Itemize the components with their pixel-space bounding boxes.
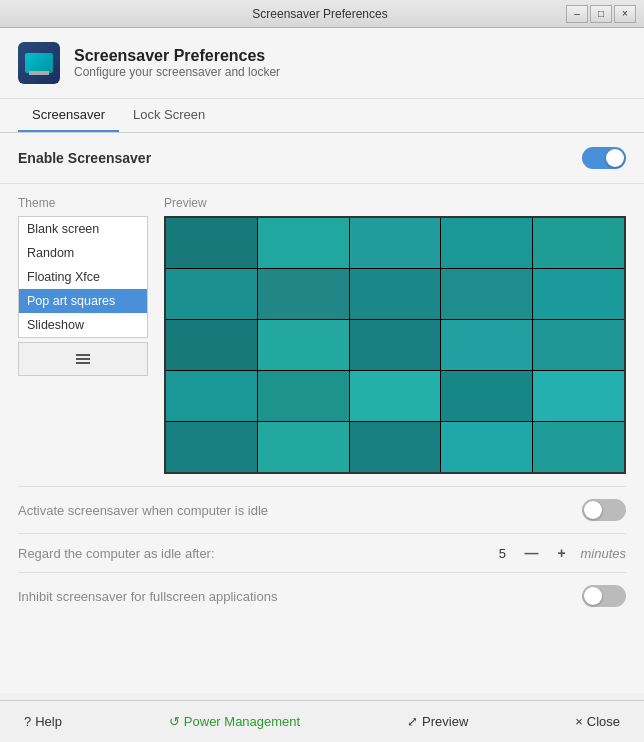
- tab-lock-screen[interactable]: Lock Screen: [119, 99, 219, 132]
- hamburger-icon: [76, 354, 90, 364]
- app-subtitle: Configure your screensaver and locker: [74, 65, 280, 79]
- preview-cell: [350, 269, 441, 319]
- minimize-button[interactable]: –: [566, 5, 588, 23]
- enable-screensaver-label: Enable Screensaver: [18, 150, 151, 166]
- main-content: Enable Screensaver Theme Blank screen Ra…: [0, 133, 644, 693]
- preview-cell: [533, 320, 624, 370]
- window-controls: – □ ×: [566, 5, 636, 23]
- preview-grid: [164, 216, 626, 474]
- close-label: Close: [587, 714, 620, 729]
- preview-cell: [533, 422, 624, 472]
- tab-screensaver[interactable]: Screensaver: [18, 99, 119, 132]
- regard-label: Regard the computer as idle after:: [18, 546, 215, 561]
- preview-cell: [533, 371, 624, 421]
- preview-cell: [350, 422, 441, 472]
- unit-label: minutes: [580, 546, 626, 561]
- preview-cell: [350, 218, 441, 268]
- increase-button[interactable]: +: [550, 542, 572, 564]
- after-row: Regard the computer as idle after: 5 — +…: [18, 533, 626, 572]
- power-management-label: Power Management: [184, 714, 300, 729]
- preview-cell: [441, 269, 532, 319]
- preview-cell: [258, 371, 349, 421]
- fullscreen-icon: ⤢: [407, 714, 418, 729]
- preview-cell: [350, 320, 441, 370]
- close-button[interactable]: ×: [614, 5, 636, 23]
- preview-button[interactable]: ⤢ Preview: [401, 710, 474, 733]
- power-management-button[interactable]: ↺ Power Management: [163, 710, 306, 733]
- theme-item-slideshow[interactable]: Slideshow: [19, 313, 147, 337]
- theme-list: Blank screen Random Floating Xfce Pop ar…: [18, 216, 148, 338]
- preview-label: Preview: [422, 714, 468, 729]
- app-header: Screensaver Preferences Configure your s…: [0, 28, 644, 99]
- preview-cell: [258, 320, 349, 370]
- preview-section-label: Preview: [164, 196, 626, 210]
- help-icon: ?: [24, 714, 31, 729]
- decrease-button[interactable]: —: [520, 542, 542, 564]
- preview-cell: [441, 371, 532, 421]
- inhibit-toggle[interactable]: [582, 585, 626, 607]
- preview-cell: [166, 320, 257, 370]
- maximize-button[interactable]: □: [590, 5, 612, 23]
- app-title: Screensaver Preferences: [74, 47, 280, 65]
- preview-cell: [350, 371, 441, 421]
- inhibit-label: Inhibit screensaver for fullscreen appli…: [18, 589, 277, 604]
- enable-screensaver-row: Enable Screensaver: [0, 133, 644, 184]
- theme-section-label: Theme: [18, 196, 148, 210]
- activate-label: Activate screensaver when computer is id…: [18, 503, 268, 518]
- idle-row: Activate screensaver when computer is id…: [18, 486, 626, 533]
- theme-column: Theme Blank screen Random Floating Xfce …: [18, 196, 148, 474]
- theme-item-random[interactable]: Random: [19, 241, 147, 265]
- preview-cell: [258, 218, 349, 268]
- help-button[interactable]: ? Help: [18, 710, 68, 733]
- preview-column: Preview: [164, 196, 626, 474]
- window-title: Screensaver Preferences: [74, 7, 566, 21]
- theme-actions-button[interactable]: [18, 342, 148, 376]
- footer: ? Help ↺ Power Management ⤢ Preview × Cl…: [0, 700, 644, 742]
- preview-cell: [533, 218, 624, 268]
- tabs-bar: Screensaver Lock Screen: [0, 99, 644, 133]
- preview-cell: [166, 371, 257, 421]
- preview-cell: [258, 269, 349, 319]
- close-icon: ×: [575, 714, 583, 729]
- power-icon: ↺: [169, 714, 180, 729]
- enable-screensaver-toggle[interactable]: [582, 147, 626, 169]
- help-label: Help: [35, 714, 62, 729]
- title-bar: Screensaver Preferences – □ ×: [0, 0, 644, 28]
- app-icon-inner: [25, 53, 53, 73]
- preview-cell: [166, 422, 257, 472]
- app-title-group: Screensaver Preferences Configure your s…: [74, 47, 280, 79]
- close-footer-button[interactable]: × Close: [569, 710, 626, 733]
- preview-cell: [258, 422, 349, 472]
- preview-cell: [166, 218, 257, 268]
- after-controls: 5 — + minutes: [492, 542, 626, 564]
- activate-toggle[interactable]: [582, 499, 626, 521]
- preview-cell: [166, 269, 257, 319]
- preview-cell: [441, 422, 532, 472]
- app-icon: [18, 42, 60, 84]
- theme-item-popart[interactable]: Pop art squares: [19, 289, 147, 313]
- theme-preview-section: Theme Blank screen Random Floating Xfce …: [0, 184, 644, 486]
- preview-cell: [533, 269, 624, 319]
- inhibit-row: Inhibit screensaver for fullscreen appli…: [18, 572, 626, 619]
- idle-section: Activate screensaver when computer is id…: [0, 486, 644, 619]
- preview-cell: [441, 320, 532, 370]
- idle-value: 5: [492, 546, 512, 561]
- theme-item-blank[interactable]: Blank screen: [19, 217, 147, 241]
- theme-item-floating[interactable]: Floating Xfce: [19, 265, 147, 289]
- preview-cell: [441, 218, 532, 268]
